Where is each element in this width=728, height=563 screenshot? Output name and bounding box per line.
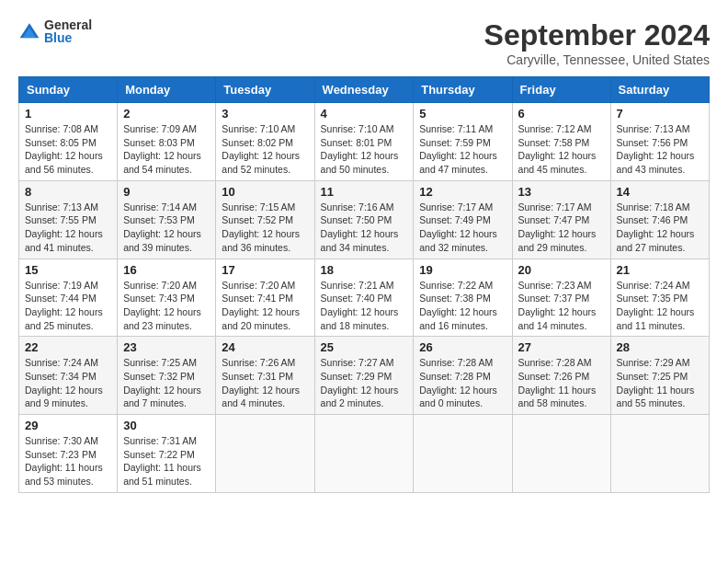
calendar-cell: 12Sunrise: 7:17 AM Sunset: 7:49 PM Dayli… bbox=[414, 180, 512, 259]
day-info: Sunrise: 7:20 AM Sunset: 7:41 PM Dayligh… bbox=[222, 279, 308, 333]
calendar-cell bbox=[512, 415, 610, 493]
weekday-header-friday: Friday bbox=[512, 77, 610, 103]
title-section: September 2024 Caryville, Tennessee, Uni… bbox=[484, 18, 710, 67]
day-info: Sunrise: 7:17 AM Sunset: 7:49 PM Dayligh… bbox=[419, 201, 506, 255]
calendar-week-row: 15Sunrise: 7:19 AM Sunset: 7:44 PM Dayli… bbox=[19, 259, 710, 337]
page-header: General Blue September 2024 Caryville, T… bbox=[18, 18, 710, 67]
calendar-cell: 14Sunrise: 7:18 AM Sunset: 7:46 PM Dayli… bbox=[610, 180, 709, 259]
calendar-cell: 21Sunrise: 7:24 AM Sunset: 7:35 PM Dayli… bbox=[610, 259, 709, 337]
day-info: Sunrise: 7:28 AM Sunset: 7:26 PM Dayligh… bbox=[518, 356, 605, 410]
day-info: Sunrise: 7:09 AM Sunset: 8:03 PM Dayligh… bbox=[123, 122, 210, 177]
calendar-cell bbox=[610, 415, 709, 493]
day-number: 17 bbox=[222, 263, 308, 277]
day-info: Sunrise: 7:10 AM Sunset: 8:02 PM Dayligh… bbox=[222, 122, 308, 177]
day-number: 11 bbox=[321, 185, 408, 199]
day-number: 18 bbox=[321, 263, 408, 277]
calendar-cell: 4Sunrise: 7:10 AM Sunset: 8:01 PM Daylig… bbox=[314, 103, 414, 181]
calendar-cell: 1Sunrise: 7:08 AM Sunset: 8:05 PM Daylig… bbox=[19, 103, 118, 181]
day-number: 29 bbox=[25, 419, 111, 432]
day-info: Sunrise: 7:21 AM Sunset: 7:40 PM Dayligh… bbox=[321, 279, 408, 333]
calendar-week-row: 29Sunrise: 7:30 AM Sunset: 7:23 PM Dayli… bbox=[19, 415, 710, 493]
day-info: Sunrise: 7:28 AM Sunset: 7:28 PM Dayligh… bbox=[419, 356, 506, 410]
calendar-cell: 8Sunrise: 7:13 AM Sunset: 7:55 PM Daylig… bbox=[19, 180, 118, 259]
calendar-cell: 29Sunrise: 7:30 AM Sunset: 7:23 PM Dayli… bbox=[19, 415, 118, 493]
day-number: 23 bbox=[123, 340, 210, 354]
day-info: Sunrise: 7:24 AM Sunset: 7:34 PM Dayligh… bbox=[25, 356, 111, 410]
weekday-header-row: SundayMondayTuesdayWednesdayThursdayFrid… bbox=[19, 77, 710, 103]
calendar-cell: 10Sunrise: 7:15 AM Sunset: 7:52 PM Dayli… bbox=[216, 180, 314, 259]
day-number: 28 bbox=[617, 340, 703, 354]
day-number: 15 bbox=[25, 263, 111, 277]
calendar-cell: 6Sunrise: 7:12 AM Sunset: 7:58 PM Daylig… bbox=[512, 103, 610, 181]
day-number: 22 bbox=[25, 340, 111, 354]
day-info: Sunrise: 7:14 AM Sunset: 7:53 PM Dayligh… bbox=[123, 201, 210, 255]
day-number: 26 bbox=[419, 340, 506, 354]
day-info: Sunrise: 7:24 AM Sunset: 7:35 PM Dayligh… bbox=[617, 279, 703, 333]
day-number: 21 bbox=[617, 263, 703, 277]
location-text: Caryville, Tennessee, United States bbox=[484, 52, 710, 67]
day-info: Sunrise: 7:30 AM Sunset: 7:23 PM Dayligh… bbox=[25, 434, 111, 488]
calendar-cell: 3Sunrise: 7:10 AM Sunset: 8:02 PM Daylig… bbox=[216, 103, 314, 181]
calendar-cell bbox=[216, 415, 314, 493]
calendar-cell: 24Sunrise: 7:26 AM Sunset: 7:31 PM Dayli… bbox=[216, 337, 314, 415]
calendar-cell: 27Sunrise: 7:28 AM Sunset: 7:26 PM Dayli… bbox=[512, 337, 610, 415]
calendar-cell: 2Sunrise: 7:09 AM Sunset: 8:03 PM Daylig… bbox=[118, 103, 216, 181]
calendar-cell: 22Sunrise: 7:24 AM Sunset: 7:34 PM Dayli… bbox=[19, 337, 118, 415]
calendar-cell: 18Sunrise: 7:21 AM Sunset: 7:40 PM Dayli… bbox=[314, 259, 414, 337]
day-info: Sunrise: 7:29 AM Sunset: 7:25 PM Dayligh… bbox=[617, 356, 703, 410]
day-number: 6 bbox=[518, 107, 605, 121]
calendar-cell: 25Sunrise: 7:27 AM Sunset: 7:29 PM Dayli… bbox=[314, 337, 414, 415]
calendar-cell: 20Sunrise: 7:23 AM Sunset: 7:37 PM Dayli… bbox=[512, 259, 610, 337]
logo-icon bbox=[18, 20, 40, 42]
logo: General Blue bbox=[18, 18, 92, 44]
weekday-header-monday: Monday bbox=[118, 77, 216, 103]
calendar-cell bbox=[414, 415, 512, 493]
day-info: Sunrise: 7:13 AM Sunset: 7:56 PM Dayligh… bbox=[617, 122, 703, 177]
calendar-cell bbox=[314, 415, 414, 493]
month-title: September 2024 bbox=[484, 18, 710, 52]
day-number: 4 bbox=[321, 107, 408, 121]
calendar-cell: 11Sunrise: 7:16 AM Sunset: 7:50 PM Dayli… bbox=[314, 180, 414, 259]
day-info: Sunrise: 7:19 AM Sunset: 7:44 PM Dayligh… bbox=[25, 279, 111, 333]
calendar-cell: 28Sunrise: 7:29 AM Sunset: 7:25 PM Dayli… bbox=[610, 337, 709, 415]
day-info: Sunrise: 7:16 AM Sunset: 7:50 PM Dayligh… bbox=[321, 201, 408, 255]
day-number: 27 bbox=[518, 340, 605, 354]
day-info: Sunrise: 7:18 AM Sunset: 7:46 PM Dayligh… bbox=[617, 201, 703, 255]
calendar-cell: 26Sunrise: 7:28 AM Sunset: 7:28 PM Dayli… bbox=[414, 337, 512, 415]
calendar-cell: 5Sunrise: 7:11 AM Sunset: 7:59 PM Daylig… bbox=[414, 103, 512, 181]
day-number: 7 bbox=[617, 107, 703, 121]
calendar-cell: 17Sunrise: 7:20 AM Sunset: 7:41 PM Dayli… bbox=[216, 259, 314, 337]
day-info: Sunrise: 7:13 AM Sunset: 7:55 PM Dayligh… bbox=[25, 201, 111, 255]
day-number: 10 bbox=[222, 185, 308, 199]
weekday-header-tuesday: Tuesday bbox=[216, 77, 314, 103]
weekday-header-saturday: Saturday bbox=[610, 77, 709, 103]
day-number: 25 bbox=[321, 340, 408, 354]
day-number: 19 bbox=[419, 263, 506, 277]
logo-general-text: General bbox=[44, 18, 92, 31]
logo-text: General Blue bbox=[44, 18, 92, 44]
day-info: Sunrise: 7:20 AM Sunset: 7:43 PM Dayligh… bbox=[123, 279, 210, 333]
day-number: 30 bbox=[123, 419, 210, 432]
day-info: Sunrise: 7:23 AM Sunset: 7:37 PM Dayligh… bbox=[518, 279, 605, 333]
day-info: Sunrise: 7:15 AM Sunset: 7:52 PM Dayligh… bbox=[222, 201, 308, 255]
day-number: 9 bbox=[123, 185, 210, 199]
day-info: Sunrise: 7:25 AM Sunset: 7:32 PM Dayligh… bbox=[123, 356, 210, 410]
day-number: 20 bbox=[518, 263, 605, 277]
calendar-cell: 15Sunrise: 7:19 AM Sunset: 7:44 PM Dayli… bbox=[19, 259, 118, 337]
calendar-cell: 30Sunrise: 7:31 AM Sunset: 7:22 PM Dayli… bbox=[118, 415, 216, 493]
calendar-week-row: 1Sunrise: 7:08 AM Sunset: 8:05 PM Daylig… bbox=[19, 103, 710, 181]
day-info: Sunrise: 7:22 AM Sunset: 7:38 PM Dayligh… bbox=[419, 279, 506, 333]
calendar-week-row: 8Sunrise: 7:13 AM Sunset: 7:55 PM Daylig… bbox=[19, 180, 710, 259]
day-number: 24 bbox=[222, 340, 308, 354]
calendar-cell: 7Sunrise: 7:13 AM Sunset: 7:56 PM Daylig… bbox=[610, 103, 709, 181]
calendar-cell: 13Sunrise: 7:17 AM Sunset: 7:47 PM Dayli… bbox=[512, 180, 610, 259]
day-number: 12 bbox=[419, 185, 506, 199]
day-info: Sunrise: 7:08 AM Sunset: 8:05 PM Dayligh… bbox=[25, 122, 111, 177]
day-number: 13 bbox=[518, 185, 605, 199]
day-info: Sunrise: 7:17 AM Sunset: 7:47 PM Dayligh… bbox=[518, 201, 605, 255]
day-number: 16 bbox=[123, 263, 210, 277]
calendar-week-row: 22Sunrise: 7:24 AM Sunset: 7:34 PM Dayli… bbox=[19, 337, 710, 415]
calendar-table: SundayMondayTuesdayWednesdayThursdayFrid… bbox=[18, 76, 710, 493]
day-number: 14 bbox=[617, 185, 703, 199]
logo-blue-text: Blue bbox=[44, 31, 92, 44]
